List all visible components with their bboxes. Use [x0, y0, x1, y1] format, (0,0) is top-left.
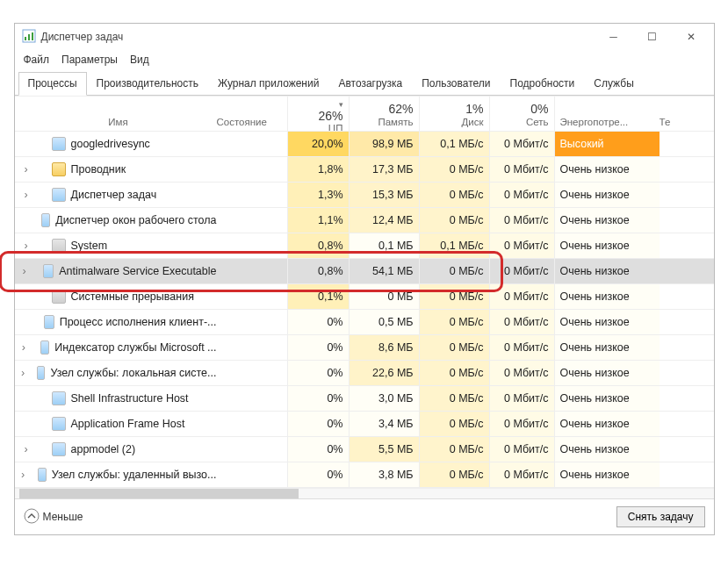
tab-1[interactable]: Производительность — [87, 72, 208, 96]
process-icon — [37, 366, 45, 380]
tab-4[interactable]: Пользователи — [412, 72, 500, 96]
mem-cell: 17,3 МБ — [349, 157, 419, 182]
expand-icon[interactable]: › — [20, 265, 29, 277]
fewer-details-button[interactable]: Меньше — [24, 508, 83, 527]
process-name: Диспетчер окон рабочего стола — [55, 214, 216, 226]
mem-cell: 15,3 МБ — [349, 183, 419, 207]
process-name: System — [71, 240, 108, 252]
horizontal-scrollbar[interactable] — [15, 488, 714, 498]
expand-icon[interactable]: › — [20, 189, 32, 201]
process-row[interactable]: ›System0,8%0,1 МБ0,1 МБ/с0 Мбит/сОчень н… — [15, 233, 714, 259]
col-memory[interactable]: 62% Память — [349, 97, 419, 131]
process-name: Узел службы: удаленный вызо... — [52, 469, 217, 481]
process-icon — [52, 239, 66, 253]
net-cell: 0 Мбит/с — [489, 157, 554, 182]
expand-icon[interactable]: › — [20, 163, 32, 176]
col-power[interactable]: Энергопотре... — [554, 97, 660, 131]
end-task-button[interactable]: Снять задачу — [616, 506, 705, 527]
mem-cell: 3,8 МБ — [349, 462, 419, 487]
process-row[interactable]: Диспетчер окон рабочего стола1,1%12,4 МБ… — [15, 208, 714, 233]
tab-2[interactable]: Журнал приложений — [208, 72, 328, 96]
tab-5[interactable]: Подробности — [501, 72, 585, 96]
col-state[interactable]: Состояние — [217, 97, 287, 131]
process-row[interactable]: ›Диспетчер задач1,3%15,3 МБ0 МБ/с0 Мбит/… — [15, 183, 714, 208]
process-row[interactable]: googledrivesync20,0%98,9 МБ0,1 МБ/с0 Мби… — [15, 132, 714, 157]
col-cpu[interactable]: ▾ 26% ЦП — [287, 97, 349, 131]
close-button[interactable]: ✕ — [672, 24, 710, 50]
col-network[interactable]: 0% Сеть — [489, 97, 554, 131]
net-cell: 0 Мбит/с — [489, 361, 554, 385]
power-cell: Очень низкое — [554, 157, 660, 182]
col-tail[interactable]: Те — [660, 97, 714, 131]
cpu-cell: 1,8% — [287, 157, 349, 182]
mem-cell: 8,6 МБ — [349, 335, 419, 360]
process-name: appmodel (2) — [71, 443, 136, 455]
process-name: Узел службы: локальная систе... — [50, 367, 216, 379]
disk-cell: 0 МБ/с — [419, 361, 489, 385]
disk-cell: 0 МБ/с — [419, 412, 489, 436]
net-cell: 0 Мбит/с — [489, 132, 554, 156]
menu-view[interactable]: Вид — [130, 54, 149, 66]
mem-cell: 3,0 МБ — [349, 386, 419, 411]
tab-0[interactable]: Процессы — [18, 72, 87, 96]
expand-icon[interactable]: › — [20, 367, 26, 379]
net-cell: 0 Мбит/с — [489, 462, 554, 487]
expand-icon[interactable]: › — [20, 341, 27, 354]
process-row[interactable]: Shell Infrastructure Host0%3,0 МБ0 МБ/с0… — [15, 386, 714, 412]
expand-icon[interactable]: › — [20, 240, 32, 252]
mem-cell: 54,1 МБ — [349, 259, 419, 283]
disk-cell: 0 МБ/с — [419, 335, 489, 360]
minimize-button[interactable]: ─ — [595, 24, 633, 50]
disk-cell: 0 МБ/с — [419, 284, 489, 309]
process-icon — [52, 290, 66, 304]
process-row[interactable]: Системные прерывания0,1%0 МБ0 МБ/с0 Мбит… — [15, 284, 714, 310]
net-cell: 0 Мбит/с — [489, 412, 554, 436]
process-icon — [52, 188, 66, 202]
net-cell: 0 Мбит/с — [489, 284, 554, 309]
disk-cell: 0 МБ/с — [419, 437, 489, 462]
process-icon — [44, 315, 54, 329]
menu-file[interactable]: Файл — [24, 54, 50, 66]
process-row[interactable]: ›Узел службы: локальная систе...0%22,6 М… — [15, 361, 714, 386]
cpu-cell: 1,3% — [287, 183, 349, 207]
process-icon — [40, 340, 49, 355]
power-cell: Очень низкое — [554, 208, 660, 233]
mem-cell: 0,5 МБ — [349, 310, 419, 334]
svg-rect-1 — [25, 37, 26, 40]
process-name: Системные прерывания — [71, 290, 194, 303]
process-row[interactable]: ›Узел службы: удаленный вызо...0%3,8 МБ0… — [15, 462, 714, 488]
cpu-cell: 0% — [287, 462, 349, 487]
expand-icon[interactable]: › — [20, 443, 32, 455]
cpu-cell: 0% — [287, 386, 349, 411]
net-cell: 0 Мбит/с — [489, 310, 554, 334]
col-disk[interactable]: 1% Диск — [419, 97, 489, 131]
power-cell: Очень низкое — [554, 259, 660, 283]
menu-params[interactable]: Параметры — [61, 54, 118, 66]
expand-icon[interactable]: › — [20, 469, 26, 481]
process-name: Индексатор службы Microsoft ... — [54, 341, 216, 354]
tab-6[interactable]: Службы — [584, 72, 643, 96]
cpu-cell: 20,0% — [287, 132, 349, 156]
net-cell: 0 Мбит/с — [489, 259, 554, 283]
tab-3[interactable]: Автозагрузка — [328, 72, 412, 96]
process-row[interactable]: ›Проводник1,8%17,3 МБ0 МБ/с0 Мбит/сОчень… — [15, 157, 714, 183]
power-cell: Очень низкое — [554, 310, 660, 334]
cpu-cell: 1,1% — [287, 208, 349, 233]
process-icon — [52, 417, 66, 431]
process-row[interactable]: Application Frame Host0%3,4 МБ0 МБ/с0 Мб… — [15, 412, 714, 437]
process-row[interactable]: ›Antimalware Service Executable0,8%54,1 … — [15, 259, 714, 284]
process-row[interactable]: ›appmodel (2)0%5,5 МБ0 МБ/с0 Мбит/сОчень… — [15, 437, 714, 462]
mem-cell: 12,4 МБ — [349, 208, 419, 233]
process-name: googledrivesync — [71, 138, 150, 150]
process-name: Antimalware Service Executable — [59, 265, 216, 277]
process-icon — [52, 137, 66, 151]
svg-rect-3 — [32, 32, 33, 40]
cpu-cell: 0,8% — [287, 233, 349, 258]
process-icon — [43, 264, 54, 278]
disk-cell: 0 МБ/с — [419, 310, 489, 334]
maximize-button[interactable]: ☐ — [633, 24, 672, 50]
process-row[interactable]: Процесс исполнения клиент-...0%0,5 МБ0 М… — [15, 310, 714, 335]
process-icon — [52, 162, 66, 176]
col-name[interactable]: Имя — [15, 97, 217, 131]
process-row[interactable]: ›Индексатор службы Microsoft ...0%8,6 МБ… — [15, 335, 714, 361]
